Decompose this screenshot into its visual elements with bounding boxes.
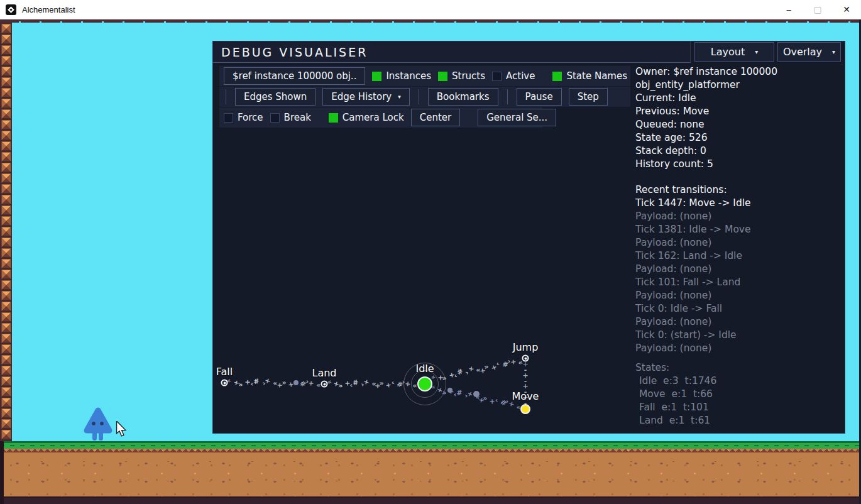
border-tile (1, 398, 11, 407)
pause-button[interactable]: Pause (517, 88, 562, 106)
checkbox-camera-lock[interactable]: Camera Lock (329, 112, 404, 123)
edge-glyph: + (405, 380, 411, 388)
button-label: Edge History (331, 91, 392, 102)
info-line: Queued: none (635, 118, 843, 131)
mouse-cursor (116, 421, 127, 437)
button-label: $ref instance 100000 obj.. (233, 70, 356, 82)
checkbox-state-names[interactable]: State Names (552, 70, 627, 82)
toolbar-row: Edges ShownEdge History▾BookmarksPauseSt… (219, 87, 630, 107)
toolbar-divider (507, 89, 508, 104)
checkbox-active[interactable]: Active (492, 70, 535, 82)
chevron-down-icon: ▾ (398, 94, 401, 100)
info-line: Recent transitions: (635, 184, 843, 197)
info-line: State age: 526 (635, 131, 843, 145)
info-line: Fall e:1 t:101 (635, 401, 843, 414)
border-tile (1, 45, 11, 55)
grass-band (0, 443, 861, 449)
overlay-dropdown[interactable]: Overlay ▾ (777, 42, 841, 62)
edge-glyph: « (412, 382, 417, 389)
border-tile (1, 355, 11, 364)
ref-instance-button[interactable]: $ref instance 100000 obj.. (224, 67, 365, 85)
info-line: Previous: Move (635, 105, 843, 118)
border-tile (1, 270, 11, 279)
border-tile (1, 152, 11, 162)
checkbox-instances[interactable]: Instances (372, 70, 431, 82)
info-line: Tick 1381: Idle -> Move (635, 223, 843, 236)
border-tile (1, 238, 11, 247)
state-node-jump[interactable] (522, 355, 529, 362)
checkbox-box-icon (372, 72, 381, 81)
button-label: Center (420, 112, 452, 123)
checkbox-box-icon (329, 113, 338, 123)
game-viewport[interactable]: DEBUG VISUALISER Layout ▾ Overlay ▾ $ref… (0, 19, 861, 504)
border-tile (1, 366, 11, 375)
maximize-button[interactable]: ▢ (803, 0, 832, 19)
checkbox-label: Camera Lock (343, 112, 404, 123)
button-label: Bookmarks (437, 91, 490, 102)
border-tile (1, 376, 11, 386)
info-line: Payload: (none) (635, 342, 843, 355)
border-tile (1, 248, 11, 258)
border-tile (1, 99, 11, 108)
edge-glyph: + (264, 377, 271, 385)
edge-particle (473, 391, 480, 397)
state-node-label: Move (512, 390, 539, 402)
minimize-button[interactable]: – (774, 0, 803, 19)
border-tile-column (0, 23, 12, 442)
state-node-fall[interactable] (221, 380, 228, 386)
info-line: Current: Idle (635, 92, 843, 105)
checkbox-force[interactable]: Force (224, 112, 263, 123)
info-line: Land e:1 t:61 (635, 414, 843, 427)
border-tile (1, 323, 11, 332)
border-tile (1, 56, 11, 65)
edges-shown-button[interactable]: Edges Shown (235, 88, 315, 106)
debug-visualiser-panel: DEBUG VISUALISER Layout ▾ Overlay ▾ $ref… (212, 41, 845, 434)
center-button[interactable]: Center (411, 109, 461, 126)
info-line: obj_entity_platformer (635, 79, 843, 92)
info-line: Payload: (none) (635, 210, 843, 223)
checkbox-label: Instances (386, 70, 431, 82)
dirt-zigzag (0, 449, 861, 452)
bookmarks-button[interactable]: Bookmarks (428, 88, 498, 106)
state-node-land[interactable] (321, 381, 328, 388)
info-line: Stack depth: 0 (635, 145, 843, 158)
edge-history-dropdown[interactable]: Edge History▾ (322, 88, 409, 106)
state-node-label: Fall (216, 366, 233, 378)
border-tile (1, 408, 11, 418)
info-line: States: (635, 361, 843, 375)
checkbox-break[interactable]: Break (270, 112, 311, 123)
info-line: Tick 162: Land -> Idle (635, 249, 843, 263)
checkbox-box-icon (224, 113, 233, 123)
border-left-shadow (0, 441, 4, 504)
info-line: Tick 0: Idle -> Fall (635, 302, 843, 315)
step-button[interactable]: Step (569, 88, 608, 106)
edge-particle (293, 380, 299, 385)
info-line: Tick 101: Fall -> Land (635, 276, 843, 289)
border-tile (1, 430, 11, 439)
edge-glyph: » (282, 379, 287, 386)
general-settings-button[interactable]: General Se... (478, 109, 556, 126)
checkbox-box-icon (270, 113, 280, 123)
border-bottom-strip (0, 496, 861, 504)
checkbox-structs[interactable]: Structs (438, 70, 485, 82)
border-tile (1, 419, 11, 429)
border-tile (1, 291, 11, 300)
player-character (84, 407, 112, 442)
checkbox-label: State Names (566, 70, 627, 82)
state-node-idle[interactable] (417, 376, 432, 392)
border-tile (1, 387, 11, 397)
close-button[interactable]: ✕ (832, 0, 861, 19)
info-line: Payload: (none) (635, 315, 843, 329)
info-spacer (635, 355, 843, 361)
info-line: History count: 5 (635, 158, 843, 171)
border-tile (1, 88, 11, 97)
edge-glyph: » (483, 395, 488, 402)
info-line: Move e:1 t:66 (635, 388, 843, 401)
checkbox-label: Force (238, 112, 263, 123)
edge-glyph: + (363, 378, 370, 386)
border-tile (1, 109, 11, 119)
layout-dropdown[interactable]: Layout ▾ (694, 42, 774, 62)
edge-glyph: » (442, 375, 447, 382)
layout-dropdown-label: Layout (711, 46, 745, 58)
state-node-move[interactable] (520, 404, 530, 414)
